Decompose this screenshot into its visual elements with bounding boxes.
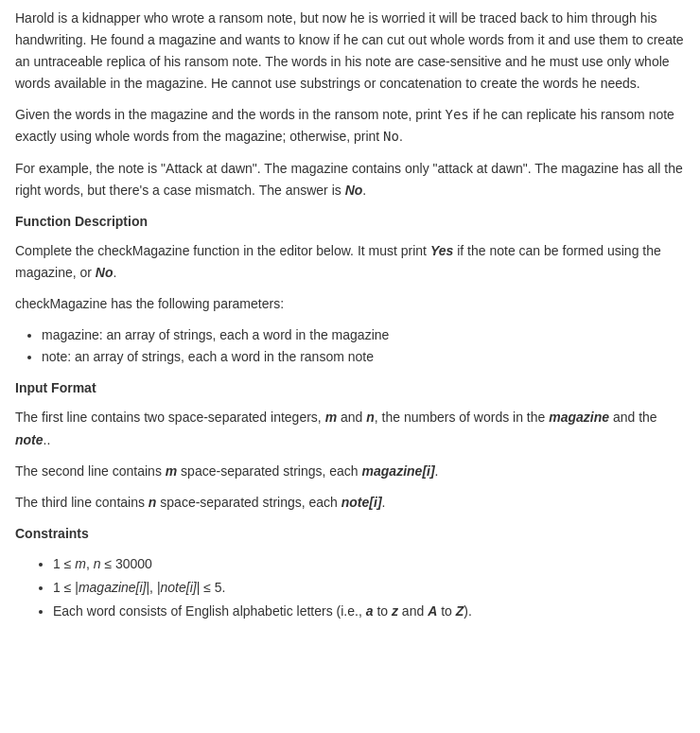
param-magazine: magazine: an array of strings, each a wo… [42,324,685,346]
function-description-text: Complete the checkMagazine function in t… [15,240,685,284]
constraint-2: 1 ≤ |magazine[i]|, |note[i]| ≤ 5. [53,576,685,600]
intro-paragraph-3: For example, the note is "Attack at dawn… [15,158,685,201]
note-i: note [341,495,370,510]
intro-paragraph-2: Given the words in the magazine and the … [15,104,685,148]
no-answer-1: No [345,183,363,198]
yes-answer: Yes [430,243,453,258]
constraints-heading: Constraints [15,523,685,545]
no-answer-2: No [96,265,114,280]
constraint-3: Each word consists of English alphabetic… [53,600,685,623]
main-content: Harold is a kidnapper who wrote a ransom… [0,0,700,648]
magazine-i: magazine [362,463,423,479]
input-format-line-1: The first line contains two space-separa… [15,407,685,450]
input-format-line-2: The second line contains m space-separat… [15,461,685,482]
m-var-1: m [325,410,337,425]
param-note: note: an array of strings, each a word i… [42,346,685,368]
intro-paragraph-1: Harold is a kidnapper who wrote a ransom… [15,8,685,95]
parameters-list: magazine: an array of strings, each a wo… [42,324,685,368]
n-var-1: n [366,410,375,425]
magazine-bold-1: magazine [549,410,609,425]
constraints-list: 1 ≤ m, n ≤ 30000 1 ≤ |magazine[i]|, |not… [53,552,685,624]
parameters-intro: checkMagazine has the following paramete… [15,293,685,315]
note-bold-1: note [15,432,44,447]
m-var-2: m [166,463,177,479]
input-format-heading: Input Format [15,377,685,399]
function-description-heading: Function Description [15,211,685,233]
input-format-line-3: The third line contains n space-separate… [15,492,685,514]
constraint-1: 1 ≤ m, n ≤ 30000 [53,552,685,576]
n-var-2: n [149,495,157,510]
